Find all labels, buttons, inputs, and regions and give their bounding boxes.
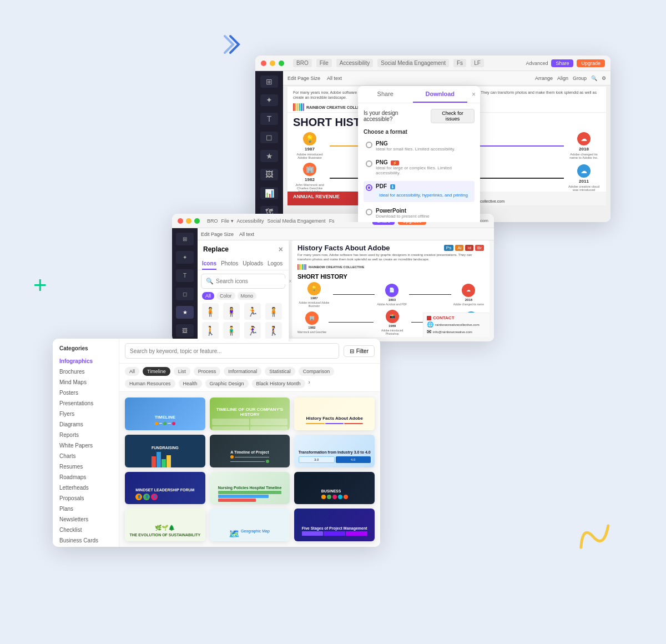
cat-posters[interactable]: Posters <box>53 388 119 398</box>
w2-tab-fs[interactable]: Fs <box>329 218 335 224</box>
replace-tab-icons[interactable]: Icons <box>202 258 216 270</box>
tab-bro[interactable]: BRO <box>293 59 312 67</box>
type-tab-black-history[interactable]: Black History Month <box>252 379 305 388</box>
cat-schedules[interactable]: Schedules <box>53 546 119 547</box>
replace-tab-logos[interactable]: Logos <box>268 258 282 270</box>
type-tab-timeline[interactable]: Timeline <box>143 367 170 376</box>
template-card-10[interactable]: 🌿🌱🌲 THE EVOLUTION OF SUSTAINABILITY <box>125 509 205 541</box>
cat-plans[interactable]: Plans <box>53 504 119 514</box>
w2-edit-page[interactable]: Edit Page Size <box>201 232 234 237</box>
share-button[interactable]: Share <box>551 59 573 67</box>
w2-sidebar-shapes[interactable]: ◻ <box>176 288 194 300</box>
upgrade-button[interactable]: Upgrade <box>577 59 605 67</box>
type-tab-health[interactable]: Health <box>179 379 202 388</box>
cat-reports[interactable]: Reports <box>53 430 119 440</box>
radio-pdf[interactable] <box>366 184 372 191</box>
share-tab[interactable]: Share <box>358 86 413 103</box>
tab-file[interactable]: File <box>316 59 332 67</box>
check-issues-button[interactable]: Check for issues <box>431 109 475 123</box>
sidebar-icon-templates[interactable]: ⊞ <box>260 76 278 88</box>
template-card-3[interactable]: Premium History Facts About Adobe <box>294 398 375 430</box>
format-png-pro[interactable]: PNG ⚡ Ideal for large or complex files. … <box>364 157 475 178</box>
w2-tab-social[interactable]: Social Media Engagement <box>268 218 326 224</box>
cat-newsletters[interactable]: Newsletters <box>53 514 119 525</box>
cat-resumes[interactable]: Resumes <box>53 461 119 472</box>
sidebar-icon-text[interactable]: T <box>260 113 278 125</box>
icon-person-2[interactable]: 🧍‍♀️ <box>223 303 240 320</box>
filter-color[interactable]: Color <box>216 292 235 300</box>
sidebar-icon-shapes[interactable]: ◻ <box>260 132 278 144</box>
tab-accessibility[interactable]: Accessibility <box>336 59 373 67</box>
tab-social[interactable]: Social Media Engagement <box>377 59 449 67</box>
filter-mono[interactable]: Mono <box>238 292 257 300</box>
template-card-9[interactable]: Business BUSINESS <box>294 472 375 505</box>
cat-white-papers[interactable]: White Papers <box>53 440 119 451</box>
template-card-11[interactable]: 🗺️ Geographic Map <box>210 509 290 541</box>
w2-sidebar-templates[interactable]: ⊞ <box>176 233 194 245</box>
all-text[interactable]: All text <box>327 76 342 81</box>
type-tab-graphic-design[interactable]: Graphic Design <box>205 379 249 388</box>
format-pdf[interactable]: PDF ℹ Ideal for accessibility, hyperlink… <box>364 181 475 202</box>
cat-checklist[interactable]: Checklist <box>53 525 119 535</box>
cat-business-cards[interactable]: Business Cards <box>53 535 119 546</box>
filter-all[interactable]: All <box>202 292 214 300</box>
radio-png-pro[interactable] <box>366 160 372 167</box>
cat-diagrams[interactable]: Diagrams <box>53 419 119 430</box>
advanced-btn[interactable]: Advanced <box>526 61 548 66</box>
settings-icon[interactable]: ⚙ <box>602 76 606 81</box>
type-tabs-more[interactable]: › <box>309 379 310 388</box>
cat-letterheads[interactable]: Letterheads <box>53 482 119 493</box>
w2-tab-file[interactable]: File ▾ <box>221 218 234 224</box>
type-tab-list[interactable]: List <box>174 367 190 376</box>
replace-tab-uploads[interactable]: Uploads <box>243 258 263 270</box>
template-card-12[interactable]: Five Stages of Project Management <box>294 509 375 541</box>
cat-flyers[interactable]: Flyers <box>53 409 119 419</box>
dialog-close-btn[interactable]: × <box>467 86 480 103</box>
filter-button[interactable]: ⊟ Filter <box>344 345 375 357</box>
radio-png[interactable] <box>366 142 372 148</box>
tab-lf[interactable]: LF <box>471 59 484 67</box>
radio-powerpoint[interactable] <box>366 209 372 215</box>
template-card-8[interactable]: Premium Nursing Policies Hospital Timeli… <box>210 472 290 505</box>
format-powerpoint[interactable]: PowerPoint Download to present offline <box>364 205 475 221</box>
icon-person-3[interactable]: 🧍 <box>265 303 282 320</box>
arrange-btn[interactable]: Arrange <box>535 76 553 81</box>
template-card-6[interactable]: Premium Transformation from Industry 3.0… <box>294 435 375 467</box>
w2-sidebar-photos[interactable]: 🖼 <box>176 324 194 337</box>
cat-charts[interactable]: Charts <box>53 451 119 461</box>
sidebar-icon-icons[interactable]: ★ <box>260 150 278 162</box>
template-card-1[interactable]: TIMELINE <box>125 398 205 430</box>
template-card-7[interactable]: Premium MINDSET LEADERSHIP FORUM 👤 👤 👤 <box>125 472 205 505</box>
cat-brochures[interactable]: Brochures <box>53 366 119 377</box>
template-card-5[interactable]: Animated A Timeline of Project <box>210 435 290 467</box>
align-btn[interactable]: Align <box>557 76 568 81</box>
format-png[interactable]: PNG Ideal for small files. Limited acces… <box>364 138 475 154</box>
edit-page-size[interactable]: Edit Page Size <box>287 76 320 81</box>
tab-fs[interactable]: Fs <box>453 59 466 67</box>
replace-search-input[interactable] <box>216 278 286 284</box>
type-tab-statistical[interactable]: Statistical <box>265 367 295 376</box>
zoom-icon[interactable]: 🔍 <box>591 76 597 81</box>
group-btn[interactable]: Group <box>573 76 587 81</box>
cat-infographics[interactable]: Infographics <box>53 356 119 366</box>
cat-proposals[interactable]: Proposals <box>53 493 119 504</box>
cat-roadmaps[interactable]: Roadmaps <box>53 472 119 482</box>
download-tab[interactable]: Download <box>413 86 468 103</box>
cat-presentations[interactable]: Presentations <box>53 398 119 409</box>
type-tab-comparison[interactable]: Comparison <box>299 367 335 376</box>
search-clear-icon[interactable]: × <box>289 278 292 284</box>
icon-runner-1[interactable]: 🏃 <box>244 303 261 320</box>
type-tab-all[interactable]: All <box>125 367 139 376</box>
w2-tab-accessibility[interactable]: Accessibility <box>237 218 264 224</box>
replace-close-btn[interactable]: × <box>279 245 283 254</box>
icon-person-4[interactable]: 🧍‍♂️ <box>223 322 240 339</box>
cat-mind-maps[interactable]: Mind Maps <box>53 377 119 388</box>
sidebar-icon-elements[interactable]: ✦ <box>260 94 278 107</box>
icon-walker-1[interactable]: 🚶 <box>202 322 219 339</box>
w2-all-text[interactable]: All text <box>239 232 254 237</box>
template-card-4[interactable]: Business FUNDRAISING <box>125 435 205 467</box>
w2-tab-bro[interactable]: BRO <box>207 218 218 224</box>
w3-search-input[interactable] <box>125 343 339 359</box>
type-tab-informational[interactable]: Informational <box>224 367 261 376</box>
w2-sidebar-icons[interactable]: ★ <box>176 306 194 319</box>
